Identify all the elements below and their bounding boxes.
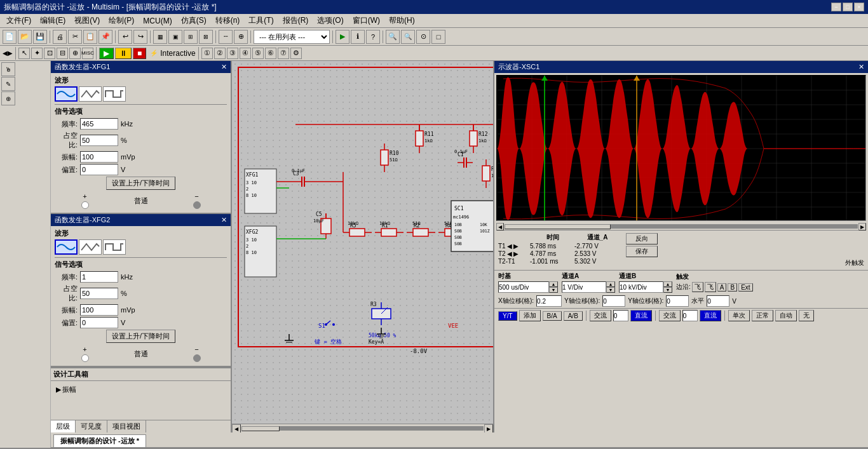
- osc-dc-b-btn[interactable]: 直流: [700, 310, 721, 321]
- fg2-offset-input[interactable]: [80, 317, 118, 328]
- menu-help[interactable]: 帮助(H): [385, 14, 419, 27]
- sim-tool7[interactable]: ⑦: [278, 48, 289, 59]
- tool6[interactable]: MISC: [82, 48, 93, 59]
- sim-tool1[interactable]: ①: [201, 48, 213, 59]
- fg1-wave-square[interactable]: [103, 86, 126, 102]
- menu-window[interactable]: 窗口(W): [349, 14, 384, 27]
- sim-tool3[interactable]: ③: [227, 48, 238, 59]
- osc-edge-r[interactable]: 飞: [705, 282, 716, 292]
- sim-tool5[interactable]: ⑤: [252, 48, 264, 59]
- osc-timebase-input[interactable]: [498, 281, 549, 293]
- osc-cha-up[interactable]: ▲: [606, 281, 615, 287]
- fg1-wave-sine[interactable]: [55, 86, 78, 102]
- osc-single-btn[interactable]: 单次: [728, 310, 750, 321]
- zoom-in-btn[interactable]: ▦: [153, 30, 167, 44]
- osc-add-btn[interactable]: 添加: [519, 310, 541, 321]
- print-btn[interactable]: 🖨: [53, 30, 67, 44]
- osc-ac-a-btn[interactable]: 交流: [590, 310, 611, 321]
- tab-hierarchy[interactable]: 层级: [51, 420, 76, 432]
- fg1-plus-terminal[interactable]: [81, 201, 89, 209]
- osc-dc-a-btn[interactable]: 直流: [630, 310, 652, 321]
- osc-yt-btn[interactable]: Y/T: [498, 311, 517, 321]
- zoom-100-btn[interactable]: □: [431, 30, 445, 44]
- osc-x-offset-input[interactable]: [536, 295, 562, 307]
- osc-ba-btn[interactable]: B/A: [543, 311, 562, 321]
- scroll-left-btn[interactable]: ◀: [232, 424, 241, 432]
- sim-tool6[interactable]: ⑥: [265, 48, 276, 59]
- menu-edit[interactable]: 编辑(E): [36, 14, 69, 27]
- menu-tools[interactable]: 工具(T): [245, 14, 277, 27]
- osc-ya-offset-input[interactable]: [602, 295, 625, 307]
- menu-sim[interactable]: 仿真(S): [177, 14, 210, 27]
- new-btn[interactable]: 📄: [3, 30, 17, 44]
- close-btn[interactable]: ×: [854, 3, 864, 11]
- fg2-plus-terminal[interactable]: [81, 354, 89, 362]
- fg2-wave-sine[interactable]: [55, 239, 78, 255]
- document-tab-1[interactable]: 振幅调制器的设计 -运放 *: [53, 434, 146, 447]
- osc-level-input[interactable]: [707, 295, 729, 307]
- fg2-duty-input[interactable]: [80, 288, 118, 299]
- play-btn[interactable]: ▶: [99, 48, 114, 59]
- zoom-out2-btn[interactable]: 🔍: [401, 30, 415, 44]
- zoom-fit2-btn[interactable]: ⊙: [416, 30, 430, 44]
- menu-mcu[interactable]: MCU(M): [139, 15, 175, 27]
- sidebar-btn1[interactable]: 🖱: [1, 62, 15, 76]
- osc-scroll-left[interactable]: ◀: [496, 223, 504, 231]
- minimize-btn[interactable]: −: [831, 3, 841, 11]
- osc-edge-f[interactable]: 飞: [692, 282, 703, 292]
- fg1-offset-input[interactable]: [80, 164, 118, 175]
- sim-tool2[interactable]: ②: [214, 48, 226, 59]
- fg2-close-btn[interactable]: ✕: [221, 216, 227, 224]
- scroll-right-btn[interactable]: ▶: [484, 424, 493, 432]
- fg2-title-bar[interactable]: 函数发生器-XFG2 ✕: [51, 214, 231, 226]
- tool1[interactable]: ↖: [18, 48, 30, 59]
- tool2[interactable]: ✦: [31, 48, 43, 59]
- zoom-out-btn[interactable]: ▣: [168, 30, 182, 44]
- osc-save-btn[interactable]: 保存: [626, 246, 658, 257]
- tab-visibility[interactable]: 可见度: [76, 420, 107, 432]
- tool3[interactable]: ⊡: [44, 48, 55, 59]
- pause-btn[interactable]: ⏸: [115, 48, 132, 59]
- fg1-close-btn[interactable]: ✕: [221, 63, 227, 71]
- osc-timebase-up[interactable]: ▲: [549, 281, 558, 287]
- tree-root[interactable]: ▶ 振幅: [53, 384, 228, 396]
- fg1-amp-input[interactable]: [80, 151, 118, 163]
- info-btn[interactable]: ℹ: [351, 30, 365, 44]
- osc-t1-right-btn[interactable]: ▶: [513, 243, 519, 250]
- redo-btn[interactable]: ↪: [133, 30, 147, 44]
- osc-yb-offset-input[interactable]: [666, 295, 689, 307]
- osc-normal-btn[interactable]: 正常: [752, 310, 773, 321]
- sim-tool4[interactable]: ④: [240, 48, 251, 59]
- fg2-minus-terminal[interactable]: [193, 354, 201, 362]
- fg2-set-btn[interactable]: 设置上升/下降时间: [106, 330, 175, 343]
- run-btn[interactable]: ▶: [336, 30, 349, 44]
- fg2-freq-input[interactable]: [80, 271, 118, 283]
- osc-close-btn[interactable]: ✕: [858, 63, 864, 71]
- menu-transfer[interactable]: 转移(n): [212, 14, 244, 27]
- osc-t1-left-btn[interactable]: ◀: [507, 243, 512, 250]
- component-btn[interactable]: ⊕: [234, 30, 248, 44]
- circuit-panel[interactable]: XFG1 3 10 2 8 10 XFG2 3 10 2 8 10: [232, 61, 493, 432]
- tab-project[interactable]: 项目视图: [107, 420, 146, 432]
- fg2-amp-input[interactable]: [80, 304, 118, 316]
- fg1-freq-input[interactable]: [80, 118, 118, 130]
- fg2-wave-triangle[interactable]: [79, 239, 102, 255]
- fg1-duty-input[interactable]: [80, 135, 118, 146]
- component-dropdown[interactable]: --- 在用列表 ---: [254, 30, 330, 44]
- fg2-wave-square[interactable]: [103, 239, 126, 255]
- osc-trig-b[interactable]: B: [728, 283, 737, 292]
- osc-ac-b-val[interactable]: [682, 310, 698, 321]
- stop-btn[interactable]: ■: [133, 48, 146, 59]
- osc-scroll-right[interactable]: ▶: [858, 223, 866, 231]
- osc-reverse-btn[interactable]: 反向: [626, 233, 658, 245]
- zoom-fit-btn[interactable]: ⊞: [184, 30, 198, 44]
- open-btn[interactable]: 📂: [18, 30, 32, 44]
- scroll-thumb[interactable]: [241, 426, 280, 431]
- osc-trig-a[interactable]: A: [717, 283, 727, 292]
- osc-ab-btn[interactable]: A/B: [564, 311, 583, 321]
- undo-btn[interactable]: ↩: [118, 30, 132, 44]
- osc-t2-right-btn[interactable]: ▶: [513, 250, 519, 257]
- osc-cha-dn[interactable]: ▼: [606, 287, 615, 293]
- menu-options[interactable]: 选项(O): [313, 14, 347, 27]
- help-btn[interactable]: ?: [366, 30, 380, 44]
